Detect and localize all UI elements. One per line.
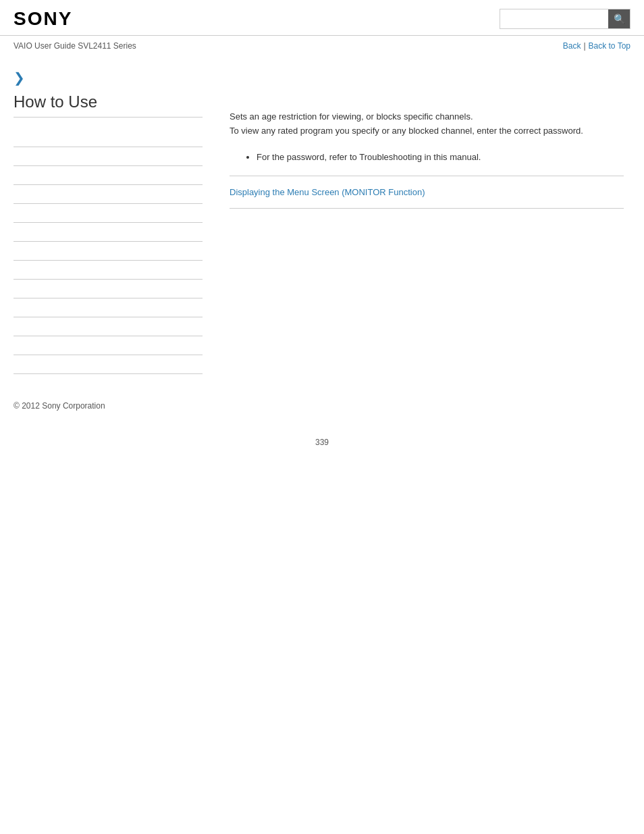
sidebar-title: How to Use — [14, 93, 203, 118]
sidebar-line[interactable] — [14, 204, 203, 223]
sidebar: ❯ How to Use — [0, 56, 216, 388]
back-to-top-link[interactable]: Back to Top — [589, 41, 630, 51]
description-line1: Sets an age restriction for viewing, or … — [230, 110, 624, 124]
sidebar-line[interactable] — [14, 128, 203, 147]
sidebar-lines — [14, 128, 203, 374]
sidebar-line[interactable] — [14, 261, 203, 280]
sidebar-line[interactable] — [14, 317, 203, 336]
subheader: VAIO User Guide SVL2411 Series Back | Ba… — [0, 36, 644, 56]
nav-links: Back | Back to Top — [563, 41, 630, 51]
note-item: For the password, refer to Troubleshooti… — [257, 152, 624, 162]
search-icon: 🔍 — [614, 14, 625, 24]
sidebar-line[interactable] — [14, 355, 203, 374]
sidebar-line[interactable] — [14, 147, 203, 166]
sidebar-line[interactable] — [14, 298, 203, 317]
sidebar-line[interactable] — [14, 185, 203, 204]
content-description: Sets an age restriction for viewing, or … — [230, 70, 624, 138]
header: SONY 🔍 — [0, 0, 644, 36]
description-line2: To view any rated program you specify or… — [230, 124, 624, 138]
content-wrapper: ❯ How to Use Sets an age restriction for… — [0, 56, 644, 388]
search-button[interactable]: 🔍 — [608, 9, 630, 28]
copyright: © 2012 Sony Corporation — [14, 401, 105, 411]
chevron-icon[interactable]: ❯ — [14, 70, 203, 86]
sidebar-line[interactable] — [14, 166, 203, 185]
nav-separator: | — [583, 41, 585, 51]
back-link[interactable]: Back — [563, 41, 581, 51]
sidebar-line[interactable] — [14, 242, 203, 261]
search-input[interactable] — [500, 9, 608, 28]
sony-logo: SONY — [14, 8, 72, 30]
content-divider-bottom — [230, 208, 624, 209]
menu-screen-link[interactable]: Displaying the Menu Screen (MONITOR Func… — [230, 187, 425, 197]
sidebar-line[interactable] — [14, 336, 203, 355]
guide-title: VAIO User Guide SVL2411 Series — [14, 41, 136, 51]
sidebar-line[interactable] — [14, 280, 203, 298]
content-divider — [230, 176, 624, 176]
main-content: Sets an age restriction for viewing, or … — [216, 56, 644, 388]
content-note: For the password, refer to Troubleshooti… — [243, 152, 624, 162]
sidebar-line[interactable] — [14, 223, 203, 242]
search-box: 🔍 — [500, 9, 630, 29]
page-number: 339 — [0, 424, 644, 461]
footer: © 2012 Sony Corporation — [0, 388, 644, 424]
